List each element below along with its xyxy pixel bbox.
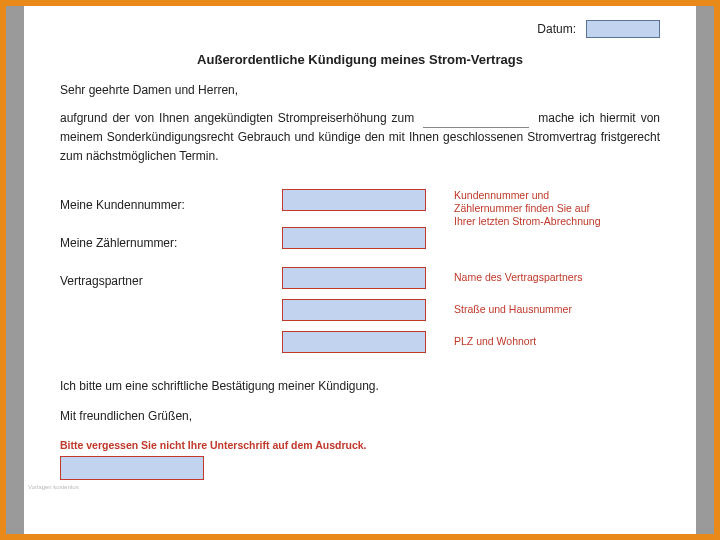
- closing-line: Mit freundlichen Grüßen,: [60, 409, 660, 423]
- hint-kundennummer-zaehlernummer: Kundennummer und Zählernummer finden Sie…: [454, 189, 604, 228]
- signature-field[interactable]: [60, 456, 204, 480]
- body-pre: aufgrund der von Ihnen angekündigten Str…: [60, 111, 419, 125]
- date-label: Datum:: [537, 22, 576, 36]
- hint-strasse: Straße und Hausnummer: [454, 303, 572, 316]
- field-labels: Meine Kundennummer: Meine Zählernummer: …: [60, 199, 185, 313]
- label-zaehlernummer: Meine Zählernummer:: [60, 237, 185, 249]
- vertragspartner-name-field[interactable]: [282, 267, 426, 289]
- date-row: Datum:: [60, 20, 660, 38]
- hint-plz: PLZ und Wohnort: [454, 335, 536, 348]
- signature-hint: Bitte vergessen Sie nicht Ihre Unterschr…: [60, 439, 660, 452]
- vertragspartner-plz-field[interactable]: [282, 331, 426, 353]
- confirmation-line: Ich bitte um eine schriftliche Bestätigu…: [60, 379, 660, 393]
- zaehlernummer-field[interactable]: [282, 227, 426, 249]
- ruler-right: [696, 6, 714, 534]
- kundennummer-field[interactable]: [282, 189, 426, 211]
- vertragspartner-strasse-field[interactable]: [282, 299, 426, 321]
- frame: Datum: Außerordentliche Kündigung meines…: [0, 0, 720, 540]
- date-field[interactable]: [586, 20, 660, 38]
- watermark: Vorlagen kostenlos: [28, 484, 79, 490]
- ruler-left: [6, 6, 24, 534]
- document-title: Außerordentliche Kündigung meines Strom-…: [60, 52, 660, 67]
- label-vertragspartner: Vertragspartner: [60, 275, 185, 287]
- price-increase-date-field[interactable]: [423, 127, 529, 128]
- form-area: Meine Kundennummer: Meine Zählernummer: …: [60, 189, 660, 369]
- body-paragraph: aufgrund der von Ihnen angekündigten Str…: [60, 109, 660, 167]
- document-page: Datum: Außerordentliche Kündigung meines…: [24, 6, 696, 534]
- label-kundennummer: Meine Kundennummer:: [60, 199, 185, 211]
- salutation: Sehr geehrte Damen und Herren,: [60, 83, 660, 97]
- hint-name: Name des Vertragspartners: [454, 271, 582, 284]
